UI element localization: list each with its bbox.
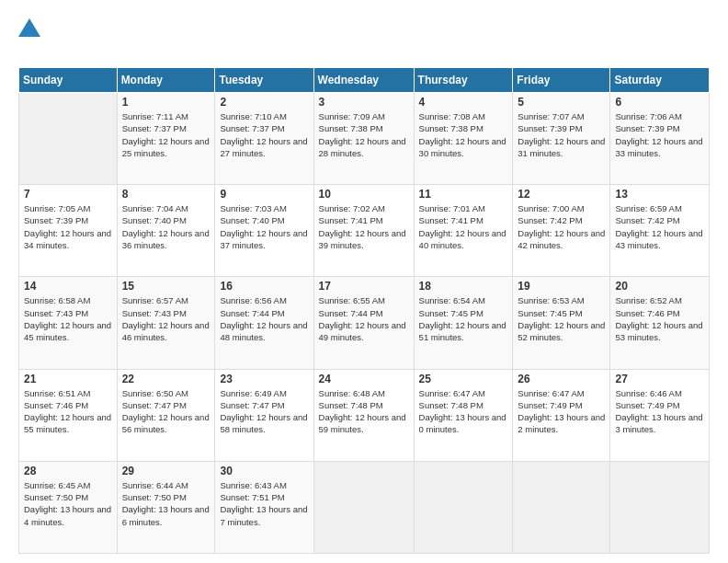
calendar-cell: 10Sunrise: 7:02 AMSunset: 7:41 PMDayligh…: [313, 185, 414, 277]
sunrise-text: Sunrise: 6:51 AM: [24, 387, 112, 399]
header-row: SundayMondayTuesdayWednesdayThursdayFrid…: [19, 68, 710, 93]
day-header-thursday: Thursday: [414, 68, 513, 93]
sunset-text: Sunset: 7:39 PM: [518, 122, 605, 134]
day-info: Sunrise: 7:08 AMSunset: 7:38 PMDaylight:…: [419, 110, 508, 159]
daylight-text: Daylight: 13 hours and 0 minutes.: [419, 411, 508, 436]
daylight-text: Daylight: 12 hours and 34 minutes.: [24, 227, 112, 252]
day-number: 10: [319, 188, 409, 201]
calendar-cell: [414, 461, 513, 553]
daylight-text: Daylight: 12 hours and 27 minutes.: [220, 135, 308, 160]
calendar-cell: 29Sunrise: 6:44 AMSunset: 7:50 PMDayligh…: [117, 461, 215, 553]
sunset-text: Sunset: 7:38 PM: [319, 122, 409, 134]
sunset-text: Sunset: 7:44 PM: [319, 307, 409, 319]
daylight-text: Daylight: 12 hours and 36 minutes.: [122, 227, 210, 252]
day-header-tuesday: Tuesday: [215, 68, 313, 93]
calendar-cell: 24Sunrise: 6:48 AMSunset: 7:48 PMDayligh…: [313, 369, 414, 461]
daylight-text: Daylight: 12 hours and 51 minutes.: [419, 319, 508, 344]
sunset-text: Sunset: 7:40 PM: [220, 214, 308, 226]
sunrise-text: Sunrise: 7:09 AM: [319, 110, 409, 122]
sunrise-text: Sunrise: 6:47 AM: [518, 387, 605, 399]
sunset-text: Sunset: 7:48 PM: [419, 399, 508, 411]
day-number: 15: [122, 280, 210, 293]
sunset-text: Sunset: 7:39 PM: [615, 122, 704, 134]
day-info: Sunrise: 6:45 AMSunset: 7:50 PMDaylight:…: [24, 479, 112, 528]
calendar-cell: 6Sunrise: 7:06 AMSunset: 7:39 PMDaylight…: [610, 93, 710, 185]
daylight-text: Daylight: 12 hours and 31 minutes.: [518, 135, 605, 160]
sunset-text: Sunset: 7:46 PM: [24, 399, 112, 411]
sunset-text: Sunset: 7:40 PM: [122, 214, 210, 226]
calendar-cell: 9Sunrise: 7:03 AMSunset: 7:40 PMDaylight…: [215, 185, 313, 277]
day-info: Sunrise: 7:10 AMSunset: 7:37 PMDaylight:…: [220, 110, 308, 159]
week-row-2: 14Sunrise: 6:58 AMSunset: 7:43 PMDayligh…: [19, 277, 710, 369]
sunrise-text: Sunrise: 6:49 AM: [220, 387, 308, 399]
header: [18, 18, 710, 58]
logo-blue-line: [18, 39, 42, 58]
sunrise-text: Sunrise: 6:54 AM: [419, 294, 508, 306]
sunrise-text: Sunrise: 6:53 AM: [518, 294, 605, 306]
day-info: Sunrise: 7:03 AMSunset: 7:40 PMDaylight:…: [220, 202, 308, 251]
sunrise-text: Sunrise: 6:57 AM: [122, 294, 210, 306]
sunrise-text: Sunrise: 7:02 AM: [319, 202, 409, 214]
daylight-text: Daylight: 13 hours and 7 minutes.: [220, 503, 308, 528]
calendar-cell: 11Sunrise: 7:01 AMSunset: 7:41 PMDayligh…: [414, 185, 513, 277]
day-number: 3: [319, 96, 409, 109]
svg-marker-0: [18, 18, 40, 37]
day-info: Sunrise: 7:11 AMSunset: 7:37 PMDaylight:…: [122, 110, 210, 159]
calendar-cell: 14Sunrise: 6:58 AMSunset: 7:43 PMDayligh…: [19, 277, 118, 369]
day-number: 14: [24, 280, 112, 293]
page: SundayMondayTuesdayWednesdayThursdayFrid…: [0, 0, 728, 563]
day-header-wednesday: Wednesday: [313, 68, 414, 93]
sunset-text: Sunset: 7:45 PM: [518, 307, 605, 319]
day-info: Sunrise: 7:09 AMSunset: 7:38 PMDaylight:…: [319, 110, 409, 159]
sunset-text: Sunset: 7:43 PM: [122, 307, 210, 319]
sunrise-text: Sunrise: 6:58 AM: [24, 294, 112, 306]
day-number: 12: [518, 188, 605, 201]
day-info: Sunrise: 7:02 AMSunset: 7:41 PMDaylight:…: [319, 202, 409, 251]
day-number: 8: [122, 188, 210, 201]
day-info: Sunrise: 6:54 AMSunset: 7:45 PMDaylight:…: [419, 294, 508, 343]
sunrise-text: Sunrise: 7:07 AM: [518, 110, 605, 122]
day-info: Sunrise: 6:47 AMSunset: 7:49 PMDaylight:…: [518, 387, 605, 436]
calendar-cell: [513, 461, 610, 553]
day-info: Sunrise: 6:50 AMSunset: 7:47 PMDaylight:…: [122, 387, 210, 436]
sunrise-text: Sunrise: 7:08 AM: [419, 110, 508, 122]
calendar-cell: [610, 461, 710, 553]
calendar-cell: 19Sunrise: 6:53 AMSunset: 7:45 PMDayligh…: [513, 277, 610, 369]
day-number: 7: [24, 188, 112, 201]
logo-icon: [18, 18, 40, 39]
day-number: 25: [419, 373, 508, 385]
sunset-text: Sunset: 7:50 PM: [24, 491, 112, 503]
daylight-text: Daylight: 12 hours and 48 minutes.: [220, 319, 308, 344]
day-info: Sunrise: 6:51 AMSunset: 7:46 PMDaylight:…: [24, 387, 112, 436]
sunset-text: Sunset: 7:51 PM: [220, 491, 308, 503]
daylight-text: Daylight: 13 hours and 4 minutes.: [24, 503, 112, 528]
day-number: 13: [615, 188, 704, 201]
sunset-text: Sunset: 7:48 PM: [319, 399, 409, 411]
daylight-text: Daylight: 13 hours and 2 minutes.: [518, 411, 605, 436]
day-number: 21: [24, 373, 112, 385]
day-number: 5: [518, 96, 605, 109]
day-number: 24: [319, 373, 409, 385]
sunset-text: Sunset: 7:41 PM: [419, 214, 508, 226]
day-header-monday: Monday: [117, 68, 215, 93]
day-number: 29: [122, 465, 210, 477]
sunrise-text: Sunrise: 6:44 AM: [122, 479, 210, 491]
sunrise-text: Sunrise: 6:48 AM: [319, 387, 409, 399]
sunset-text: Sunset: 7:42 PM: [615, 214, 704, 226]
day-number: 11: [419, 188, 508, 201]
day-info: Sunrise: 7:01 AMSunset: 7:41 PMDaylight:…: [419, 202, 508, 251]
calendar-body: 1Sunrise: 7:11 AMSunset: 7:37 PMDaylight…: [19, 93, 710, 554]
sunset-text: Sunset: 7:38 PM: [419, 122, 508, 134]
week-row-4: 28Sunrise: 6:45 AMSunset: 7:50 PMDayligh…: [19, 461, 710, 553]
daylight-text: Daylight: 12 hours and 56 minutes.: [122, 411, 210, 436]
day-info: Sunrise: 6:52 AMSunset: 7:46 PMDaylight:…: [615, 294, 704, 343]
calendar-cell: 15Sunrise: 6:57 AMSunset: 7:43 PMDayligh…: [117, 277, 215, 369]
sunrise-text: Sunrise: 7:11 AM: [122, 110, 210, 122]
calendar-cell: 13Sunrise: 6:59 AMSunset: 7:42 PMDayligh…: [610, 185, 710, 277]
day-info: Sunrise: 6:44 AMSunset: 7:50 PMDaylight:…: [122, 479, 210, 528]
sunset-text: Sunset: 7:45 PM: [419, 307, 508, 319]
daylight-text: Daylight: 12 hours and 46 minutes.: [122, 319, 210, 344]
sunset-text: Sunset: 7:43 PM: [24, 307, 112, 319]
day-number: 9: [220, 188, 308, 201]
sunset-text: Sunset: 7:37 PM: [122, 122, 210, 134]
